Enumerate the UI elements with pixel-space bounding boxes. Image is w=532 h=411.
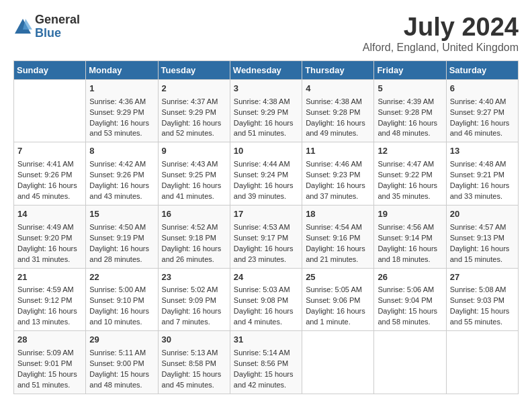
logo-icon <box>13 17 32 36</box>
cell-content-line: Daylight: 16 hours <box>89 181 154 191</box>
day-number: 26 <box>378 271 442 284</box>
cell-content-line: Daylight: 16 hours <box>450 244 515 255</box>
cell-content-line: Sunset: 9:13 PM <box>450 233 515 244</box>
calendar-cell: 12Sunrise: 4:47 AMSunset: 9:22 PMDayligh… <box>374 142 446 205</box>
cell-content-line: and 33 minutes. <box>450 191 515 202</box>
cell-content-line: Sunset: 9:10 PM <box>89 295 154 306</box>
cell-content-line: Sunset: 9:26 PM <box>17 170 82 181</box>
cell-content-line: Sunset: 9:03 PM <box>450 295 515 306</box>
cell-content-line: Daylight: 16 hours <box>162 181 226 191</box>
cell-content-line: Sunset: 9:21 PM <box>450 170 515 181</box>
cell-content-line: Daylight: 16 hours <box>378 181 442 191</box>
cell-content-line: Sunrise: 4:40 AM <box>450 97 515 107</box>
cell-content-line: Daylight: 15 hours <box>89 369 154 380</box>
cell-content-line: Sunset: 9:27 PM <box>450 107 515 118</box>
location-title: Alford, England, United Kingdom <box>363 42 519 54</box>
cell-content-line: Sunset: 9:25 PM <box>162 170 226 181</box>
calendar-cell: 24Sunrise: 5:03 AMSunset: 9:08 PMDayligh… <box>230 268 302 331</box>
week-row-0: 1Sunrise: 4:36 AMSunset: 9:29 PMDaylight… <box>14 79 519 142</box>
cell-content-line: and 52 minutes. <box>162 128 226 139</box>
calendar-cell: 26Sunrise: 5:06 AMSunset: 9:04 PMDayligh… <box>374 268 446 331</box>
day-number: 15 <box>89 208 154 221</box>
title-block: July 2024 Alford, England, United Kingdo… <box>363 13 519 54</box>
cell-content-line: Sunrise: 5:14 AM <box>234 348 298 359</box>
cell-content-line: Sunrise: 4:59 AM <box>17 285 82 295</box>
page-header: General Blue July 2024 Alford, England, … <box>13 13 519 54</box>
calendar-cell: 9Sunrise: 4:43 AMSunset: 9:25 PMDaylight… <box>158 142 230 205</box>
cell-content-line: and 53 minutes. <box>89 128 154 139</box>
calendar-cell: 15Sunrise: 4:50 AMSunset: 9:19 PMDayligh… <box>86 205 158 268</box>
cell-content-line: Sunset: 9:29 PM <box>234 107 298 118</box>
cell-content-line: Sunset: 9:09 PM <box>162 295 226 306</box>
calendar-cell: 6Sunrise: 4:40 AMSunset: 9:27 PMDaylight… <box>446 79 518 142</box>
cell-content-line: Daylight: 16 hours <box>17 244 82 255</box>
cell-content-line: Daylight: 16 hours <box>89 244 154 255</box>
calendar-header-row: SundayMondayTuesdayWednesdayThursdayFrid… <box>14 60 519 79</box>
day-number: 6 <box>450 83 515 95</box>
cell-content-line: and 21 minutes. <box>306 255 370 265</box>
cell-content-line: Sunrise: 4:47 AM <box>378 159 442 170</box>
cell-content-line: Sunset: 9:04 PM <box>378 295 442 306</box>
calendar-cell: 7Sunrise: 4:41 AMSunset: 9:26 PMDaylight… <box>14 142 86 205</box>
cell-content-line: Daylight: 16 hours <box>306 181 370 191</box>
cell-content-line: Sunrise: 4:39 AM <box>378 97 442 107</box>
day-number: 27 <box>450 271 515 284</box>
header-wednesday: Wednesday <box>230 60 302 79</box>
cell-content-line: and 35 minutes. <box>378 191 442 202</box>
day-number: 29 <box>89 334 154 347</box>
header-monday: Monday <box>86 60 158 79</box>
cell-content-line: Daylight: 16 hours <box>89 118 154 129</box>
cell-content-line: Sunrise: 5:13 AM <box>162 348 226 359</box>
calendar-cell: 17Sunrise: 4:53 AMSunset: 9:17 PMDayligh… <box>230 205 302 268</box>
cell-content-line: Sunset: 9:20 PM <box>17 233 82 244</box>
calendar-cell: 27Sunrise: 5:08 AMSunset: 9:03 PMDayligh… <box>446 268 518 331</box>
cell-content-line: Sunrise: 5:09 AM <box>17 348 82 359</box>
calendar-cell: 21Sunrise: 4:59 AMSunset: 9:12 PMDayligh… <box>14 268 86 331</box>
cell-content-line: Sunset: 9:28 PM <box>306 107 370 118</box>
cell-content-line: Sunrise: 4:48 AM <box>450 159 515 170</box>
cell-content-line: Sunrise: 5:00 AM <box>89 285 154 295</box>
calendar-cell <box>374 331 446 394</box>
day-number: 20 <box>450 208 515 221</box>
cell-content-line: Sunrise: 4:46 AM <box>306 159 370 170</box>
calendar-cell: 30Sunrise: 5:13 AMSunset: 8:58 PMDayligh… <box>158 331 230 394</box>
cell-content-line: Sunrise: 4:52 AM <box>162 222 226 233</box>
cell-content-line: Daylight: 16 hours <box>162 306 226 317</box>
calendar-cell: 1Sunrise: 4:36 AMSunset: 9:29 PMDaylight… <box>86 79 158 142</box>
cell-content-line: Sunset: 9:00 PM <box>89 359 154 369</box>
week-row-4: 28Sunrise: 5:09 AMSunset: 9:01 PMDayligh… <box>14 331 519 394</box>
cell-content-line: Sunrise: 4:54 AM <box>306 222 370 233</box>
cell-content-line: and 43 minutes. <box>89 191 154 202</box>
cell-content-line: Sunset: 9:29 PM <box>162 107 226 118</box>
cell-content-line: and 7 minutes. <box>162 317 226 328</box>
calendar-cell: 14Sunrise: 4:49 AMSunset: 9:20 PMDayligh… <box>14 205 86 268</box>
calendar-cell: 16Sunrise: 4:52 AMSunset: 9:18 PMDayligh… <box>158 205 230 268</box>
day-number: 25 <box>306 271 370 284</box>
calendar-cell <box>446 331 518 394</box>
cell-content-line: Sunset: 9:08 PM <box>234 295 298 306</box>
cell-content-line: Daylight: 16 hours <box>162 244 226 255</box>
cell-content-line: and 4 minutes. <box>234 317 298 328</box>
calendar-cell: 18Sunrise: 4:54 AMSunset: 9:16 PMDayligh… <box>302 205 374 268</box>
day-number: 1 <box>89 83 154 95</box>
cell-content-line: and 45 minutes. <box>162 380 226 391</box>
logo: General Blue <box>13 13 80 40</box>
day-number: 12 <box>378 145 442 158</box>
calendar-cell: 3Sunrise: 4:38 AMSunset: 9:29 PMDaylight… <box>230 79 302 142</box>
cell-content-line: Sunset: 9:19 PM <box>89 233 154 244</box>
calendar-cell: 2Sunrise: 4:37 AMSunset: 9:29 PMDaylight… <box>158 79 230 142</box>
day-number: 9 <box>162 145 226 158</box>
cell-content-line: Sunset: 9:22 PM <box>378 170 442 181</box>
day-number: 14 <box>17 208 82 221</box>
cell-content-line: Sunset: 8:58 PM <box>162 359 226 369</box>
day-number: 23 <box>162 271 226 284</box>
cell-content-line: Sunrise: 5:02 AM <box>162 285 226 295</box>
logo-blue: Blue <box>35 27 80 40</box>
day-number: 24 <box>234 271 298 284</box>
cell-content-line: and 55 minutes. <box>450 317 515 328</box>
cell-content-line: and 31 minutes. <box>17 255 82 265</box>
cell-content-line: Daylight: 15 hours <box>450 306 515 317</box>
day-number: 5 <box>378 83 442 95</box>
cell-content-line: Sunrise: 4:49 AM <box>17 222 82 233</box>
cell-content-line: Sunset: 9:01 PM <box>17 359 82 369</box>
